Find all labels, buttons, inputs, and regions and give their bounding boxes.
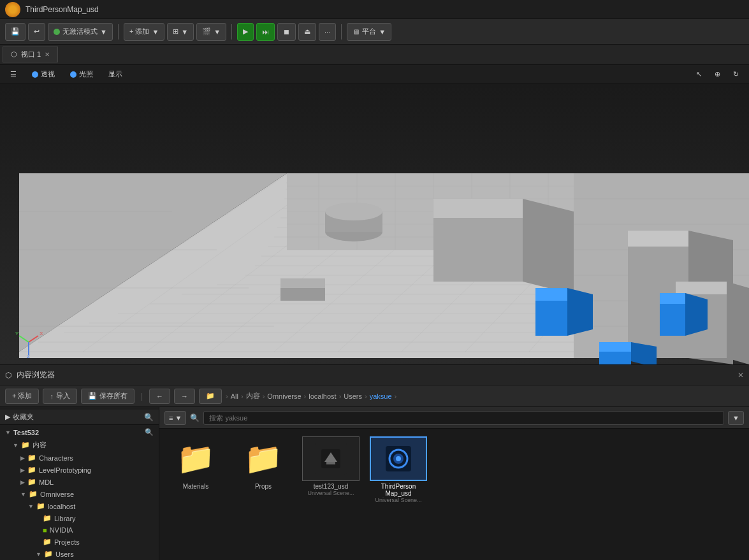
add-button[interactable]: + 添加 ▼ (124, 23, 164, 41)
bc-users[interactable]: Users (344, 392, 362, 400)
collections-search-icon[interactable]: 🔍 (144, 413, 154, 422)
cinematic-button[interactable]: 🎬 ▼ (196, 23, 226, 41)
arrow-down-icon: ▼ (28, 503, 34, 510)
svg-marker-81 (535, 288, 567, 301)
asset-props-label: Props (255, 483, 272, 490)
asset-test123[interactable]: test123_usd Universal Scene... (302, 436, 360, 503)
svg-marker-75 (628, 231, 688, 247)
asset-materials[interactable]: 📁 Materials (167, 436, 224, 503)
tree-section: ▼ Test532 🔍 ▼ 📁 内容 ▶ 📁 Characters (0, 425, 159, 560)
folder-icon: 📁 (43, 514, 52, 522)
stop-button[interactable]: ⏹ (277, 23, 296, 41)
folder-props-icon: 📁 (244, 441, 282, 477)
svg-marker-70 (280, 278, 325, 288)
asset-materials-thumb: 📁 (167, 436, 224, 481)
blueprint-button[interactable]: ⊞ ▼ (167, 23, 194, 41)
wireframe-button[interactable]: 透视 (27, 68, 60, 80)
asset-thirdpersonmap[interactable]: ThirdPersonMap_usd Universal Scene... (370, 436, 427, 503)
step-button[interactable]: ⏭ (256, 23, 275, 41)
breadcrumb: › All › 内容 › Omniverse › localhost › Use… (226, 391, 396, 401)
folder-icon: 📁 (21, 441, 30, 449)
cb-title-bar: ⬡ 内容浏览器 ✕ (0, 365, 749, 385)
cb-content: 📁 Materials 📁 Props (159, 429, 749, 560)
collections-toggle[interactable]: ▶ 收藏夹 (5, 412, 144, 422)
asset-materials-label: Materials (183, 483, 209, 490)
rotate-button[interactable]: ↻ (728, 69, 744, 80)
cb-forward-button[interactable]: → (174, 389, 195, 404)
search-input[interactable] (203, 411, 724, 425)
tree-users[interactable]: ▼ 📁 Users (0, 548, 159, 560)
cb-icon: ⬡ (5, 371, 11, 380)
cb-all-button[interactable]: 📁 (199, 389, 222, 404)
asset-thirdpersonmap-label: ThirdPersonMap_usd (381, 483, 416, 497)
svg-point-101 (396, 456, 401, 461)
svg-rect-97 (326, 462, 335, 464)
usd-icon (315, 443, 347, 475)
select-mode-button[interactable]: ↖ (691, 69, 707, 80)
cb-title: 内容浏览器 (17, 370, 55, 380)
tab-close[interactable]: ✕ (45, 51, 50, 58)
cb-back-button[interactable]: ← (149, 389, 170, 404)
bc-localhost[interactable]: localhost (309, 392, 336, 400)
tree-localhost[interactable]: ▼ 📁 localhost (0, 500, 159, 512)
arrow-down-icon: ▼ (36, 551, 41, 557)
window-title: ThirdPersonMap_usd (25, 5, 99, 14)
nvidia-icon: ■ (43, 526, 47, 534)
arrow-right-icon: ▶ (20, 479, 25, 485)
tree-projects[interactable]: ▶ 📁 Projects (0, 536, 159, 548)
tree-search-icon[interactable]: 🔍 (145, 428, 154, 436)
bc-all[interactable]: All (231, 392, 238, 400)
cb-add-button[interactable]: + 添加 (5, 389, 39, 404)
viewport-3d[interactable]: X Y Z (0, 84, 749, 364)
tree-characters[interactable]: ▶ 📁 Characters (0, 452, 159, 464)
tree-nvidia[interactable]: ▶ ■ NVIDIA (0, 524, 159, 536)
folder-icon: 📁 (27, 466, 36, 474)
svg-marker-78 (676, 282, 727, 294)
tree-omniverse[interactable]: ▼ 📁 Omniverse (0, 488, 159, 500)
bc-content[interactable]: 内容 (246, 391, 260, 401)
show-button[interactable]: 显示 (103, 68, 127, 80)
arrow-right-icon: ▶ (5, 413, 10, 421)
svg-text:Z: Z (27, 354, 30, 358)
svg-marker-83 (660, 304, 685, 336)
more-button[interactable]: ··· (319, 23, 336, 41)
save-button[interactable]: 💾 (5, 23, 25, 41)
svg-line-90 (19, 336, 29, 342)
tree-content[interactable]: ▼ 📁 内容 (0, 438, 159, 452)
tree-root[interactable]: ▼ Test532 🔍 (0, 426, 159, 438)
viewport-tab-1[interactable]: ⬡ 视口 1 ✕ (3, 47, 58, 62)
search-dropdown-button[interactable]: ▼ (728, 411, 744, 425)
platform-button[interactable]: 🖥 平台 ▼ (347, 23, 391, 41)
asset-props-thumb: 📁 (235, 436, 292, 481)
tree-library[interactable]: ▶ 📁 Library (0, 512, 159, 524)
arrow-right-icon: ▶ (20, 455, 25, 461)
play-button[interactable]: ▶ (237, 23, 254, 41)
svg-text:Y: Y (15, 331, 19, 336)
filter-button[interactable]: ≡ ▼ (164, 411, 186, 425)
bc-yaksue[interactable]: yaksue (370, 392, 392, 400)
history-button[interactable]: ↩ (28, 23, 45, 41)
sep1 (118, 24, 119, 39)
asset-thirdpersonmap-sublabel: Universal Scene... (375, 497, 421, 503)
viewport-tabs: ⬡ 视口 1 ✕ (0, 45, 749, 65)
cb-save-all-button[interactable]: 💾 保存所有 (81, 389, 135, 404)
folder-icon: 📁 (44, 550, 53, 558)
mode-button[interactable]: 无激活模式 ▼ (48, 23, 113, 41)
cb-close[interactable]: ✕ (738, 371, 744, 380)
lighting-button[interactable]: 光照 (65, 68, 98, 80)
bc-omniverse[interactable]: Omniverse (267, 392, 301, 400)
sidebar-collections: ▶ 收藏夹 🔍 (0, 410, 159, 425)
hamburger-button[interactable]: ☰ (5, 69, 22, 80)
asset-props[interactable]: 📁 Props (235, 436, 292, 503)
tree-levelprototyping[interactable]: ▶ 📁 LevelPrototyping (0, 464, 159, 476)
eject-button[interactable]: ⏏ (298, 23, 316, 41)
svg-text:X: X (40, 331, 43, 336)
arrow-right-icon: ▶ (20, 467, 25, 473)
folder-icon: 📁 (27, 454, 36, 462)
svg-point-68 (325, 203, 382, 220)
cb-import-button[interactable]: ↑ 导入 (43, 389, 77, 404)
app-logo (5, 2, 20, 17)
tree-mdl[interactable]: ▶ 📁 MDL (0, 476, 159, 488)
sep2 (231, 24, 232, 39)
focus-button[interactable]: ⊕ (709, 69, 725, 80)
